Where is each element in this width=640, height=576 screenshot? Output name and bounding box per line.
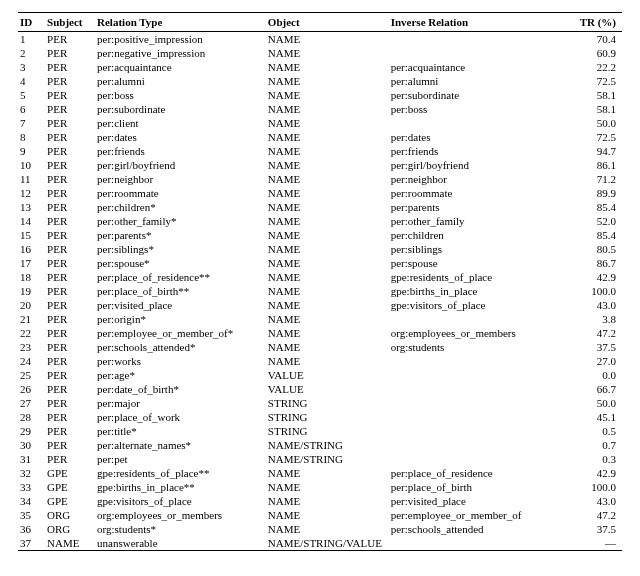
cell-inverse: per:place_of_birth: [389, 480, 570, 494]
table-row: 32GPEgpe:residents_of_place**NAMEper:pla…: [18, 466, 622, 480]
cell-subject: PER: [45, 354, 95, 368]
cell-tr: 50.0: [570, 116, 622, 130]
cell-inverse: per:other_family: [389, 214, 570, 228]
cell-inverse: per:employee_or_member_of: [389, 508, 570, 522]
cell-tr: 100.0: [570, 480, 622, 494]
cell-object: NAME: [266, 116, 389, 130]
table-row: 17PERper:spouse*NAMEper:spouse86.7: [18, 256, 622, 270]
cell-relation: per:date_of_birth*: [95, 382, 266, 396]
cell-subject: PER: [45, 102, 95, 116]
cell-tr: 66.7: [570, 382, 622, 396]
cell-object: NAME: [266, 214, 389, 228]
cell-object: NAME: [266, 130, 389, 144]
cell-inverse: per:dates: [389, 130, 570, 144]
cell-tr: 37.5: [570, 340, 622, 354]
cell-inverse: per:acquaintance: [389, 60, 570, 74]
cell-tr: 100.0: [570, 284, 622, 298]
cell-id: 30: [18, 438, 45, 452]
cell-relation: per:spouse*: [95, 256, 266, 270]
cell-subject: PER: [45, 46, 95, 60]
cell-object: NAME: [266, 32, 389, 47]
cell-id: 34: [18, 494, 45, 508]
cell-id: 32: [18, 466, 45, 480]
cell-inverse: per:neighbor: [389, 172, 570, 186]
cell-subject: PER: [45, 452, 95, 466]
cell-tr: 0.5: [570, 424, 622, 438]
cell-tr: 0.0: [570, 368, 622, 382]
cell-id: 1: [18, 32, 45, 47]
cell-object: NAME: [266, 200, 389, 214]
table-row: 9PERper:friendsNAMEper:friends94.7: [18, 144, 622, 158]
cell-object: NAME: [266, 494, 389, 508]
cell-tr: 22.2: [570, 60, 622, 74]
cell-inverse: per:place_of_residence: [389, 466, 570, 480]
cell-relation: org:students*: [95, 522, 266, 536]
cell-tr: 85.4: [570, 200, 622, 214]
cell-tr: 86.1: [570, 158, 622, 172]
cell-object: STRING: [266, 410, 389, 424]
cell-relation: per:age*: [95, 368, 266, 382]
table-row: 22PERper:employee_or_member_of*NAMEorg:e…: [18, 326, 622, 340]
cell-id: 23: [18, 340, 45, 354]
cell-inverse: per:girl/boyfriend: [389, 158, 570, 172]
cell-tr: 58.1: [570, 102, 622, 116]
cell-subject: PER: [45, 396, 95, 410]
cell-tr: 70.4: [570, 32, 622, 47]
table-row: 31PERper:petNAME/STRING0.3: [18, 452, 622, 466]
cell-inverse: [389, 536, 570, 551]
cell-subject: PER: [45, 60, 95, 74]
cell-subject: PER: [45, 130, 95, 144]
cell-relation: per:subordinate: [95, 102, 266, 116]
cell-id: 19: [18, 284, 45, 298]
cell-subject: PER: [45, 158, 95, 172]
cell-inverse: per:spouse: [389, 256, 570, 270]
cell-id: 18: [18, 270, 45, 284]
cell-object: NAME: [266, 270, 389, 284]
cell-id: 27: [18, 396, 45, 410]
cell-object: NAME: [266, 480, 389, 494]
cell-inverse: [389, 410, 570, 424]
cell-subject: PER: [45, 438, 95, 452]
cell-tr: 47.2: [570, 508, 622, 522]
cell-id: 12: [18, 186, 45, 200]
table-row: 20PERper:visited_placeNAMEgpe:visitors_o…: [18, 298, 622, 312]
cell-id: 16: [18, 242, 45, 256]
cell-tr: 47.2: [570, 326, 622, 340]
cell-tr: 58.1: [570, 88, 622, 102]
cell-tr: 60.9: [570, 46, 622, 60]
table-row: 28PERper:place_of_workSTRING45.1: [18, 410, 622, 424]
cell-relation: per:schools_attended*: [95, 340, 266, 354]
cell-relation: per:origin*: [95, 312, 266, 326]
cell-relation: per:negative_impression: [95, 46, 266, 60]
cell-object: VALUE: [266, 382, 389, 396]
table-row: 7PERper:clientNAME50.0: [18, 116, 622, 130]
cell-object: NAME: [266, 242, 389, 256]
cell-object: NAME: [266, 228, 389, 242]
cell-id: 20: [18, 298, 45, 312]
cell-relation: per:girl/boyfriend: [95, 158, 266, 172]
table-row: 13PERper:children*NAMEper:parents85.4: [18, 200, 622, 214]
cell-object: NAME: [266, 186, 389, 200]
cell-tr: 42.9: [570, 270, 622, 284]
cell-subject: PER: [45, 340, 95, 354]
cell-relation: per:place_of_work: [95, 410, 266, 424]
cell-subject: PER: [45, 298, 95, 312]
table-header-row: ID Subject Relation Type Object Inverse …: [18, 13, 622, 32]
cell-relation: per:siblings*: [95, 242, 266, 256]
header-subject: Subject: [45, 13, 95, 32]
cell-id: 25: [18, 368, 45, 382]
table-row: 16PERper:siblings*NAMEper:siblings80.5: [18, 242, 622, 256]
cell-inverse: per:roommate: [389, 186, 570, 200]
cell-relation: per:other_family*: [95, 214, 266, 228]
cell-relation: per:place_of_residence**: [95, 270, 266, 284]
cell-inverse: gpe:visitors_of_place: [389, 298, 570, 312]
cell-inverse: [389, 354, 570, 368]
cell-relation: per:client: [95, 116, 266, 130]
table-row: 12PERper:roommateNAMEper:roommate89.9: [18, 186, 622, 200]
cell-inverse: gpe:residents_of_place: [389, 270, 570, 284]
table-row: 6PERper:subordinateNAMEper:boss58.1: [18, 102, 622, 116]
cell-relation: per:positive_impression: [95, 32, 266, 47]
cell-inverse: per:children: [389, 228, 570, 242]
cell-tr: 42.9: [570, 466, 622, 480]
cell-inverse: [389, 116, 570, 130]
